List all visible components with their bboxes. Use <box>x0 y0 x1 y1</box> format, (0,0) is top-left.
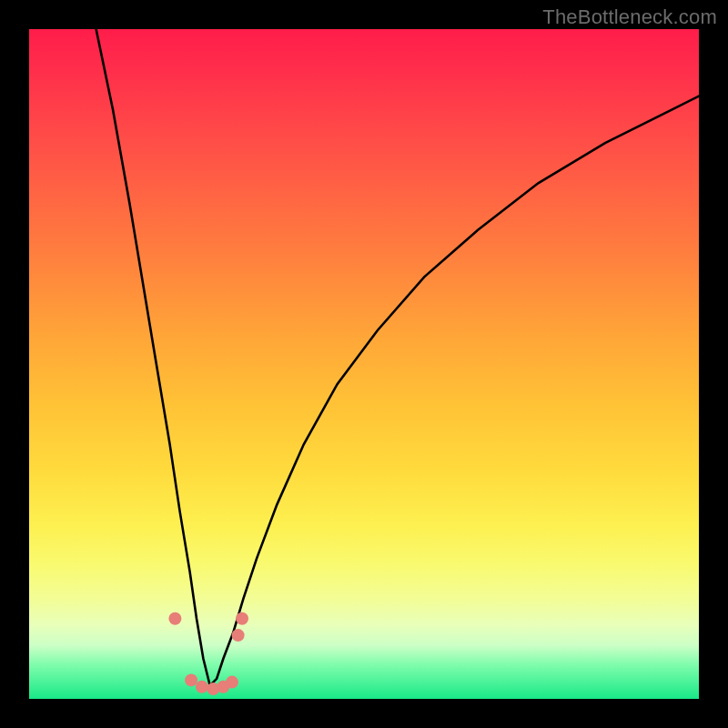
scatter-point <box>168 612 181 625</box>
scatter-point <box>236 612 248 625</box>
scatter-point <box>196 681 208 693</box>
bottleneck-curve <box>96 29 699 685</box>
watermark-text: TheBottleneck.com <box>542 5 717 29</box>
scatter-point <box>185 673 197 686</box>
plot-area <box>29 29 699 699</box>
scatter-point <box>226 676 238 689</box>
chart-svg <box>29 29 699 699</box>
chart-frame: TheBottleneck.com <box>0 0 728 728</box>
scatter-point <box>232 629 245 642</box>
